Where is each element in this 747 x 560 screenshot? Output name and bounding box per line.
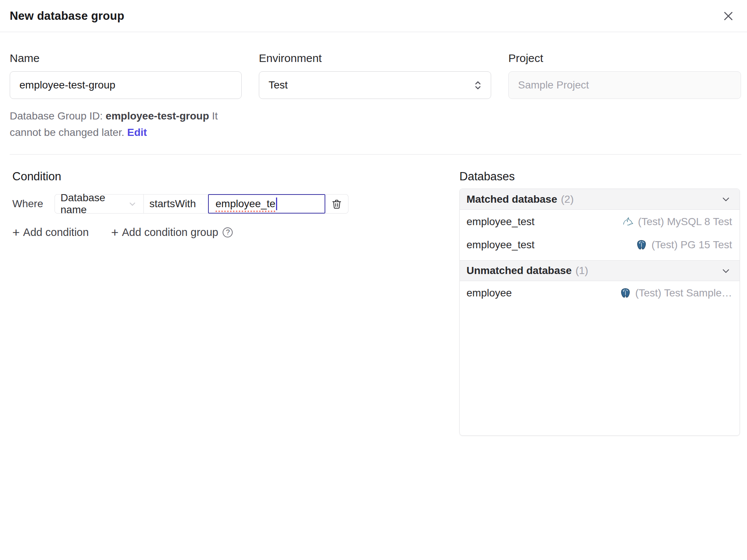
delete-condition-button[interactable]: [325, 194, 348, 214]
chevron-down-icon: [200, 199, 202, 209]
plus-icon: +: [12, 226, 20, 239]
close-button[interactable]: [722, 9, 735, 23]
databases-section: Databases Matched database(2)employee_te…: [459, 155, 740, 436]
close-icon: [722, 9, 735, 23]
database-name: employee_test: [467, 216, 534, 228]
database-instance: (Test) MySQL 8 Test: [622, 216, 732, 228]
database-row: employee_test(Test) MySQL 8 Test: [460, 210, 740, 233]
db-section-rows: employee(Test) Test Sample…: [460, 281, 740, 305]
environment-select-value: Test: [269, 79, 288, 91]
form-row: Name Database Group ID: employee-test-gr…: [0, 51, 747, 141]
edit-link[interactable]: Edit: [127, 127, 147, 138]
add-condition-group-button[interactable]: + Add condition group: [111, 226, 218, 239]
databases-panel: Matched database(2)employee_test(Test) M…: [459, 189, 740, 436]
instance-label: (Test) Test Sample…: [635, 287, 732, 299]
group-id-note: Database Group ID: employee-test-group I…: [10, 108, 242, 141]
trash-icon: [331, 198, 342, 210]
project-label: Project: [508, 51, 741, 65]
dialog-header: New database group: [0, 0, 747, 32]
chevron-down-icon: [720, 265, 731, 276]
condition-heading: Condition: [12, 169, 459, 184]
plus-icon: +: [111, 226, 119, 239]
database-name: employee: [467, 287, 512, 299]
db-section-rows: employee_test(Test) MySQL 8 Testemployee…: [460, 210, 740, 257]
chevron-down-icon: [720, 194, 731, 205]
add-condition-label: Add condition: [23, 226, 89, 239]
database-row: employee_test(Test) PG 15 Test: [460, 233, 740, 256]
add-condition-group-label: Add condition group: [122, 226, 218, 239]
db-section-header[interactable]: Unmatched database(1): [460, 260, 740, 281]
environment-label: Environment: [259, 51, 491, 65]
name-input[interactable]: [10, 71, 242, 99]
project-input: [508, 71, 741, 99]
db-section-title: Matched database(2): [467, 193, 574, 205]
database-row: employee(Test) Test Sample…: [460, 281, 740, 305]
condition-field-value: Database name: [61, 192, 123, 216]
condition-value-text: employee_te: [216, 198, 275, 210]
condition-row: Where Database name startsWith employee_…: [12, 194, 459, 214]
select-updown-icon: [472, 79, 484, 91]
databases-heading: Databases: [459, 169, 740, 184]
instance-label: (Test) PG 15 Test: [651, 239, 732, 251]
instance-label: (Test) MySQL 8 Test: [638, 216, 732, 228]
name-label: Name: [10, 51, 242, 65]
help-icon[interactable]: ?: [223, 227, 233, 237]
new-database-group-dialog: New database group Name Database Group I…: [0, 0, 747, 560]
db-section-title: Unmatched database(1): [467, 265, 588, 277]
dialog-title: New database group: [10, 9, 124, 23]
condition-value-input[interactable]: employee_te: [208, 194, 325, 214]
database-instance: (Test) Test Sample…: [620, 287, 732, 299]
condition-operator-value: startsWith: [149, 198, 196, 210]
group-id-note-prefix: Database Group ID:: [10, 110, 106, 122]
group-id-value: employee-test-group: [106, 110, 209, 122]
postgres-elephant-icon: [636, 239, 647, 251]
db-section-header[interactable]: Matched database(2): [460, 189, 740, 210]
environment-select[interactable]: Test: [259, 71, 491, 99]
add-condition-button[interactable]: + Add condition: [12, 226, 89, 239]
database-name: employee_test: [467, 239, 534, 251]
text-caret: [276, 197, 277, 210]
where-label: Where: [12, 198, 55, 210]
postgres-elephant-icon: [620, 287, 631, 299]
mysql-dolphin-icon: [622, 216, 634, 228]
condition-field-select[interactable]: Database name: [55, 194, 143, 214]
database-instance: (Test) PG 15 Test: [636, 239, 732, 251]
condition-section: Condition Where Database name startsWith…: [10, 155, 459, 436]
condition-links: + Add condition + Add condition group ?: [12, 226, 459, 239]
condition-operator-select[interactable]: startsWith: [143, 194, 208, 214]
chevron-down-icon: [127, 199, 137, 209]
